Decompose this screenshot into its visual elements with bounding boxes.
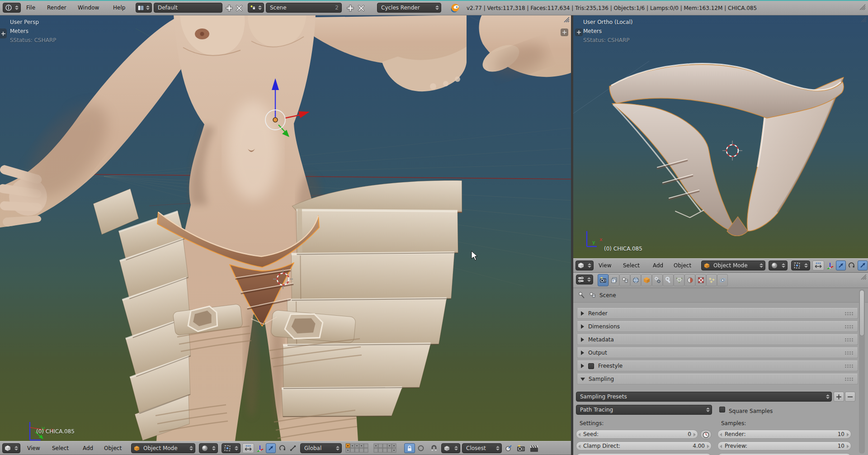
menu-object[interactable]: Object — [674, 262, 691, 269]
menu-view[interactable]: View — [27, 445, 40, 451]
scene-name-field[interactable]: Scene 2 — [266, 3, 342, 13]
snap-target-select[interactable]: Closest — [462, 443, 502, 453]
area-corner-grip-icon[interactable] — [860, 16, 867, 23]
render-samples-field[interactable]: Render: 10 — [717, 430, 851, 439]
viewport-shading-select[interactable] — [199, 443, 218, 453]
tab-scene[interactable] — [619, 274, 630, 286]
mode-select[interactable]: Object Mode — [131, 443, 195, 453]
panel-sampling[interactable]: Sampling — [577, 374, 858, 384]
tab-render-layers[interactable] — [609, 274, 619, 286]
panel-render[interactable]: Render — [577, 308, 858, 319]
tab-texture[interactable] — [695, 274, 706, 286]
manipulator-axes-button[interactable] — [255, 443, 265, 453]
tab-data[interactable] — [674, 274, 684, 286]
scene-users-count[interactable]: 2 — [335, 5, 341, 11]
pivot-point-select[interactable] — [791, 261, 810, 270]
menu-object[interactable]: Object — [104, 445, 122, 451]
add-scene-icon[interactable] — [346, 4, 354, 12]
square-samples-checkbox[interactable] — [719, 407, 725, 412]
integrator-select[interactable]: Path Tracing — [576, 405, 712, 415]
area-corner-grip-icon[interactable] — [860, 273, 867, 280]
screen-layout-button[interactable] — [136, 3, 152, 13]
menu-select[interactable]: Select — [52, 445, 69, 451]
animated-seed-button[interactable] — [700, 430, 712, 439]
clamp-direct-field[interactable]: Clamp Direct: 4.00 — [576, 441, 712, 450]
clipped-field[interactable] — [717, 453, 851, 455]
proportional-edit-button[interactable] — [416, 443, 425, 453]
square-samples-label[interactable]: Square Samples — [729, 408, 773, 414]
translate-manipulator-button[interactable] — [836, 261, 846, 270]
pin-icon[interactable] — [578, 291, 585, 299]
panel-grip-icon[interactable] — [844, 351, 854, 355]
lock-to-scene-button[interactable] — [404, 443, 415, 453]
remove-preset-button[interactable] — [845, 392, 855, 402]
opengl-render-anim-button[interactable] — [528, 443, 541, 453]
pivot-point-select[interactable] — [222, 443, 241, 453]
tab-world[interactable] — [630, 274, 641, 286]
scale-manipulator-button[interactable] — [858, 261, 868, 270]
editor-type-3dview-button[interactable] — [576, 261, 594, 270]
rotate-manipulator-button[interactable] — [847, 261, 857, 270]
manipulator-toggle-button[interactable] — [242, 443, 254, 453]
manipulator-toggle-button[interactable] — [812, 261, 824, 270]
snap-element-select[interactable] — [441, 443, 460, 453]
screen-layout-field[interactable]: Default — [154, 3, 222, 13]
preview-samples-field[interactable]: Preview: 10 — [717, 441, 851, 450]
rotate-manipulator-button[interactable] — [278, 443, 288, 453]
editor-type-3dview-button[interactable] — [2, 443, 20, 453]
panel-grip-icon[interactable] — [844, 338, 854, 342]
editor-type-info-button[interactable] — [3, 3, 21, 13]
tab-render[interactable] — [598, 274, 609, 286]
close-layout-icon[interactable] — [235, 4, 243, 12]
area-split-border[interactable] — [571, 15, 573, 455]
menu-view[interactable]: View — [599, 262, 611, 269]
panel-dimensions[interactable]: Dimensions — [577, 321, 858, 332]
viewport-shading-select[interactable] — [769, 261, 788, 270]
breadcrumb-scene-label[interactable]: Scene — [599, 292, 616, 299]
properties-shelf-open-button[interactable] — [561, 28, 568, 36]
tab-physics[interactable] — [717, 274, 728, 286]
mode-select[interactable]: Object Mode — [701, 261, 765, 270]
tab-modifiers[interactable] — [663, 274, 674, 286]
menu-window[interactable]: Window — [78, 5, 99, 11]
panel-grip-icon[interactable] — [844, 325, 854, 329]
menu-help[interactable]: Help — [113, 5, 125, 11]
menu-select[interactable]: Select — [623, 262, 640, 269]
window-grip-icon[interactable] — [858, 3, 866, 11]
tool-shelf-open-tab[interactable] — [0, 28, 7, 38]
render-engine-select[interactable]: Cycles Render — [377, 3, 441, 13]
tab-material[interactable] — [684, 274, 695, 286]
panel-grip-icon[interactable] — [844, 377, 854, 381]
tab-constraints[interactable] — [652, 274, 663, 286]
opengl-render-button[interactable] — [515, 443, 527, 453]
tab-particles[interactable] — [706, 274, 717, 286]
add-preset-button[interactable] — [834, 392, 844, 402]
panel-grip-icon[interactable] — [844, 312, 854, 316]
tab-object[interactable] — [641, 274, 652, 286]
layers-widget[interactable] — [345, 443, 401, 454]
menu-file[interactable]: File — [26, 5, 35, 11]
seed-field[interactable]: Seed: 0 — [576, 430, 698, 439]
area-corner-grip-icon[interactable] — [563, 16, 570, 23]
menu-add[interactable]: Add — [653, 262, 663, 269]
transform-orientation-select[interactable]: Global — [300, 443, 342, 453]
panel-grip-icon[interactable] — [844, 364, 854, 368]
snap-align-rotation-button[interactable] — [504, 443, 514, 453]
scene-selector-button[interactable] — [248, 3, 264, 13]
armor-right-stack[interactable] — [279, 172, 464, 426]
translate-manipulator-button[interactable] — [266, 443, 276, 453]
freestyle-checkbox[interactable] — [588, 363, 594, 369]
menu-add[interactable]: Add — [83, 445, 93, 451]
viewport-3d-main[interactable]: x y User Persp Meters SStatus: CSHARP (0… — [0, 15, 571, 441]
panel-freestyle[interactable]: Freestyle — [577, 360, 858, 371]
panel-output[interactable]: Output — [577, 347, 858, 358]
clipped-field[interactable] — [576, 453, 712, 455]
sampling-presets-select[interactable]: Sampling Presets — [576, 392, 832, 402]
editor-type-properties-button[interactable] — [576, 275, 593, 284]
tool-shelf-open-tab[interactable] — [575, 28, 583, 36]
close-scene-icon[interactable] — [357, 4, 365, 12]
scrollbar-thumb[interactable] — [859, 290, 864, 336]
scale-manipulator-button[interactable] — [288, 443, 297, 453]
menu-render[interactable]: Render — [47, 5, 66, 11]
add-layout-icon[interactable] — [225, 4, 233, 12]
